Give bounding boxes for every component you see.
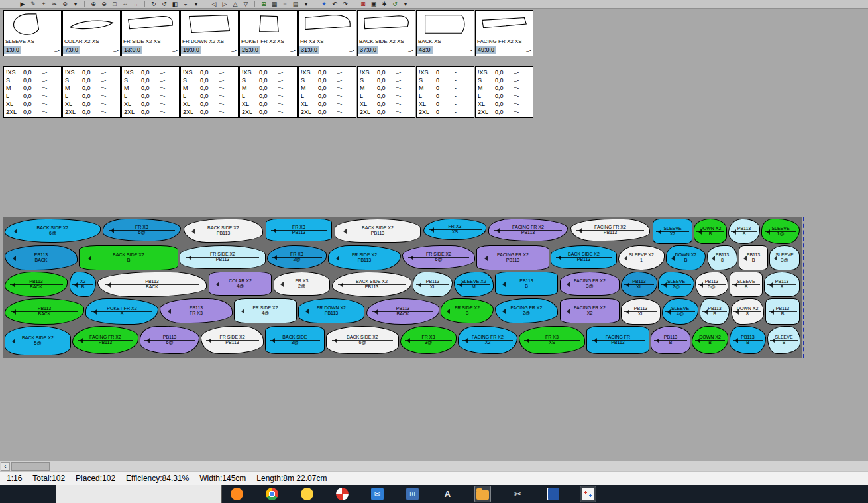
- pieces-table-icon[interactable]: ▦: [270, 1, 278, 8]
- piece-card-sleeve-xs[interactable]: SLEEVE XS1:0,0=-: [3, 10, 62, 56]
- piece-card-fr-x3-xs[interactable]: FR X3 XS31:0,0=-: [298, 10, 356, 56]
- marker-piece[interactable]: FR X33@: [400, 326, 457, 354]
- marker-piece[interactable]: PB1135@: [695, 272, 728, 297]
- marker-piece[interactable]: SLEEVE4@: [662, 298, 698, 325]
- zoom-in-icon[interactable]: ⊕: [89, 1, 97, 8]
- marker-piece[interactable]: FACING FR X2X2: [458, 326, 517, 354]
- lock-icon[interactable]: ▣: [370, 1, 378, 8]
- snipping-tool-taskbar-button[interactable]: ✂: [510, 486, 526, 502]
- design-app-taskbar-button[interactable]: [334, 486, 351, 502]
- size-table-colar-x2-xs[interactable]: !XS0,0=-S0,0=-M0,0=-L0,0=-XL0,0=-2XL0,0=…: [62, 66, 121, 118]
- drill-icon[interactable]: ⊙: [61, 1, 69, 8]
- marker-piece[interactable]: FR SIDE X2B: [441, 298, 494, 323]
- marker-piece[interactable]: PB113BACK: [5, 245, 78, 270]
- file-explorer-taskbar-button[interactable]: [474, 486, 491, 502]
- marker-piece[interactable]: PB113B: [700, 298, 730, 325]
- marker-piece[interactable]: PB113B: [728, 219, 760, 244]
- marker-piece[interactable]: FACING FR X2X2: [560, 298, 620, 323]
- marker-piece[interactable]: POKET FR X2B: [85, 298, 158, 325]
- flip-vertical-icon[interactable]: ◒: [182, 1, 190, 8]
- marker-piece[interactable]: DOWN X2B: [692, 326, 728, 354]
- size-table-sleeve-xs[interactable]: !XS0,0=-S0,0=-M0,0=-L0,0=-XL0,0=-2XL0,0=…: [3, 66, 62, 118]
- marker-piece[interactable]: FR X3XS: [423, 219, 486, 240]
- marker-piece[interactable]: FR X3XS: [519, 326, 585, 354]
- marker-piece[interactable]: DOWN X2B: [666, 245, 706, 270]
- marker-piece[interactable]: BACK SIDE X2PB113: [332, 272, 411, 297]
- marker-piece[interactable]: FR SIDE X26@: [402, 245, 475, 269]
- size-table-poket-fr-x2-xs[interactable]: !XS0,0=-S0,0=-M0,0=-L0,0=-XL0,0=-2XL0,0=…: [239, 66, 298, 118]
- piece-card-facing-fr-x2-xs[interactable]: FACING FR X2 XS49:0,0=-: [475, 10, 533, 56]
- cut-icon[interactable]: ✂: [50, 1, 58, 8]
- marker-piece[interactable]: SLEEVEX2: [653, 219, 692, 244]
- mail-app-taskbar-button[interactable]: ✉: [369, 486, 386, 502]
- marker-piece[interactable]: FACING FR X22@: [495, 298, 558, 323]
- measure-icon[interactable]: ↔: [132, 1, 140, 8]
- dropdown-caret-icon[interactable]: ▾: [302, 1, 310, 8]
- marker-piece[interactable]: PB113BACK: [5, 298, 84, 325]
- marker-piece[interactable]: PB113BACK: [366, 298, 439, 325]
- notebook-app-taskbar-button[interactable]: [545, 486, 561, 502]
- scroll-thumb[interactable]: [11, 462, 50, 471]
- piece-card-fr-down-x2-xs[interactable]: FR DOWN X2 XS19:0,0=-: [180, 10, 239, 56]
- letter-a-app-taskbar-button[interactable]: A: [439, 486, 456, 502]
- size-table-back-xs[interactable]: !XS0-S0-M0-L0-XL0-2XL0-: [416, 66, 474, 118]
- size-table-fr-side-x2-xs[interactable]: !XS0,0=-S0,0=-M0,0=-L0,0=-XL0,0=-2XL0,0=…: [121, 66, 180, 118]
- marker-piece[interactable]: BACK SIDE X2PB113: [551, 245, 617, 269]
- size-table-fr-down-x2-xs[interactable]: !XS0,0=-S0,0=-M0,0=-L0,0=-XL0,0=-2XL0,0=…: [180, 66, 239, 118]
- marker-piece[interactable]: FR X36@: [103, 219, 181, 241]
- dropdown-caret-icon[interactable]: ▾: [72, 1, 80, 8]
- piece-card-poket-fr-x2-xs[interactable]: POKET FR X2 XS25:0,0=-: [239, 10, 298, 56]
- marker-piece[interactable]: PB113B: [651, 326, 690, 354]
- size-table-facing-fr-x2-xs[interactable]: !XS0,0=-S0,0=-M0,0=-L0,0=-XL0,0=-2XL0,0=…: [475, 66, 533, 118]
- marker-piece[interactable]: BACK SIDE X2PB113: [184, 219, 263, 243]
- marker-piece[interactable]: X2B: [70, 272, 96, 297]
- overlap-check-icon[interactable]: ⊠: [359, 1, 367, 8]
- marker-piece[interactable]: PB1138: [764, 272, 800, 297]
- piece-card-back-xs[interactable]: BACK XS43:0-: [416, 10, 474, 56]
- marker-piece[interactable]: DOWN X28: [731, 298, 764, 325]
- marker-piece[interactable]: FACING FR X23@: [560, 272, 620, 296]
- marker-piece[interactable]: PB113XL: [621, 298, 661, 325]
- marker-piece[interactable]: FACING FRPB113: [586, 326, 649, 354]
- marker-canvas[interactable]: BACK SIDE X26@FR X36@BACK SIDE X2PB113FR…: [3, 217, 802, 358]
- marker-piece[interactable]: BACK SIDE X2B: [79, 245, 178, 270]
- horizontal-scrollbar[interactable]: ‹: [0, 461, 868, 471]
- firefox-taskbar-button[interactable]: [229, 486, 245, 502]
- marker-piece[interactable]: SLEEVE3@: [769, 245, 800, 270]
- marker-piece[interactable]: PB113B: [730, 326, 766, 354]
- align-right-icon[interactable]: ▷: [221, 1, 229, 8]
- align-top-icon[interactable]: △: [231, 1, 239, 8]
- marker-piece[interactable]: FR DOWN X2PB113: [298, 298, 364, 323]
- scroll-left-button[interactable]: ‹: [1, 462, 10, 471]
- marker-piece[interactable]: FR X32@: [267, 245, 327, 269]
- marker-piece[interactable]: FACING FR X2PB113: [570, 219, 650, 241]
- zoom-out-icon[interactable]: ⊖: [100, 1, 108, 8]
- rotate-cw-icon[interactable]: ↻: [150, 1, 158, 8]
- undo-icon[interactable]: ↶: [331, 1, 339, 8]
- marker-piece[interactable]: SLEEVE X21: [618, 245, 665, 270]
- marker-piece[interactable]: PB1138: [707, 245, 737, 270]
- add-point-icon[interactable]: +: [40, 1, 48, 8]
- marker-piece[interactable]: BACK SIDE X26@: [326, 326, 399, 354]
- size-table-fr-x3-xs[interactable]: !XS0,0=-S0,0=-M0,0=-L0,0=-XL0,0=-2XL0,0=…: [298, 66, 356, 118]
- marker-piece[interactable]: PB113BACK: [97, 272, 207, 297]
- marker-piece[interactable]: FR SIDE X2PB113: [328, 245, 401, 270]
- report-icon[interactable]: ▤: [292, 1, 299, 8]
- size-table-back-side-x2-xs[interactable]: !XS0,0=-S0,0=-M0,0=-L0,0=-XL0,0=-2XL0,0=…: [357, 66, 415, 118]
- pan-icon[interactable]: ⇔: [121, 1, 129, 8]
- marker-piece[interactable]: FR SIDE X2PB113: [201, 326, 264, 354]
- rotate-ccw-icon[interactable]: ↺: [160, 1, 168, 8]
- pattern-cad-app-taskbar-button[interactable]: [580, 486, 596, 502]
- settings-icon[interactable]: ✱: [380, 1, 388, 8]
- marker-piece[interactable]: SLEEVE2@: [658, 272, 694, 297]
- marker-piece[interactable]: PB113FR X3: [160, 298, 233, 323]
- piece-card-back-side-x2-xs[interactable]: BACK SIDE X2 XS37:0,0=-: [357, 10, 415, 56]
- marker-piece[interactable]: PB113B: [739, 245, 768, 270]
- marker-piece[interactable]: FACING FR X2PB113: [72, 326, 138, 354]
- marker-piece[interactable]: DOWN X2B: [694, 219, 727, 244]
- align-bottom-icon[interactable]: ▽: [242, 1, 250, 8]
- marker-piece[interactable]: PB1136@: [140, 326, 199, 354]
- marker-piece[interactable]: FACING FR X2PB113: [476, 245, 549, 270]
- pointer-icon[interactable]: ▶: [19, 1, 27, 8]
- dropdown-caret-icon[interactable]: ▾: [402, 1, 409, 8]
